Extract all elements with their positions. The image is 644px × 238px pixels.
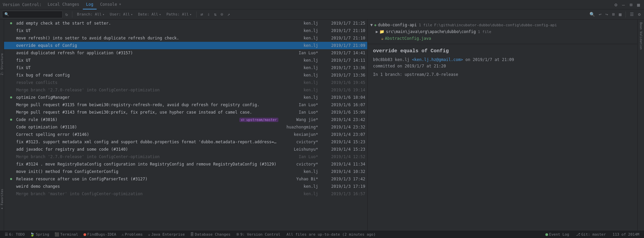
commit-date: 2019/1/6 15:09 <box>321 110 365 115</box>
commit-date: 2019/1/7 21:09 <box>321 43 365 48</box>
commit-row[interactable]: Merge branch '2.7.0-release' into Config… <box>4 153 367 160</box>
commit-row[interactable]: move refresh() into setter to avoid dupl… <box>4 34 367 42</box>
commit-row[interactable]: add empty check at the start of setter.k… <box>4 20 367 27</box>
commit-author: ken.lj <box>281 80 321 85</box>
file-tree-subpath[interactable]: ▶ 📁 src\main\java\org\apache\dubbo\confi… <box>370 28 635 35</box>
tab-log[interactable]: Log <box>83 0 97 9</box>
search-right-icon[interactable]: 🔍 <box>588 11 596 18</box>
commit-author: ken.lj <box>281 21 321 26</box>
commit-row[interactable]: add javadoc for registry and some code (… <box>4 146 367 153</box>
refresh-icon[interactable]: ↻ <box>64 11 69 18</box>
spring-item[interactable]: 🍃 Spring <box>28 232 51 237</box>
version-control-item[interactable]: ⑨ 9: Version Control <box>234 232 282 237</box>
redo-icon[interactable]: ↪ <box>604 11 610 18</box>
memory-item[interactable]: 113 of 2014M <box>611 232 641 237</box>
commit-row[interactable]: resolve conflictsken.lj2019/1/6 19:45 <box>4 79 367 86</box>
commit-message: add empty check at the start of setter. <box>16 21 281 26</box>
date-filter[interactable]: Date: All ▾ <box>136 11 163 17</box>
console-close-icon[interactable]: × <box>119 2 121 6</box>
structure-label[interactable]: Z: Structure <box>0 53 4 75</box>
branch-filter[interactable]: Branch: All ▾ <box>75 11 106 17</box>
commit-date: 2019/1/4 11:34 <box>321 162 365 167</box>
todo-label: 6: TODO <box>9 232 25 237</box>
commit-row[interactable]: fix #3123. support metadata xml config a… <box>4 138 367 146</box>
fetch-icon[interactable]: ⇩ <box>206 11 211 18</box>
db-icon: 🗄 <box>190 232 194 237</box>
file-tree-file[interactable]: ☕ AbstractConfig.java <box>370 35 635 42</box>
minimize-icon[interactable]: – <box>621 1 626 8</box>
commit-message: fix bug of read config <box>16 73 281 78</box>
spring-label: Spring <box>36 232 49 237</box>
search-input[interactable] <box>10 12 61 17</box>
file-name: AbstractConfig.java <box>385 36 431 41</box>
commit-row[interactable]: fix bug of read configken.lj2019/1/7 13:… <box>4 71 367 79</box>
commit-row[interactable]: override equals of Configken.lj2019/1/7 … <box>4 42 367 49</box>
memory-label: 113 of 2014M <box>613 232 639 237</box>
commit-row[interactable]: Code rule (#3016)🏷 upstream/masterWang j… <box>4 116 367 123</box>
diff-icon[interactable]: ▦ <box>617 11 623 18</box>
commit-date: 2019/1/4 23:07 <box>321 132 365 137</box>
commit-date: 2019/1/3 17:42 <box>321 177 365 181</box>
commit-author: ken.lj <box>281 184 321 189</box>
commit-row[interactable]: fix UTken.lj2019/1/7 21:10 <box>4 27 367 34</box>
tab-console[interactable]: Console × <box>97 0 125 9</box>
commit-row[interactable]: fix #3124 . move RegistryDataConfig conf… <box>4 160 367 168</box>
right-panel: ▼ ◈ dubbo-config-api 1 file F:\github\in… <box>368 20 637 231</box>
branch-settings-icon[interactable]: ⊙ <box>219 11 225 18</box>
commit-row[interactable]: fix UTken.lj2019/1/7 13:36 <box>4 64 367 71</box>
commit-row[interactable]: avoid duplicated refresh for application… <box>4 49 367 57</box>
commit-row[interactable]: Merge branch '2.7.0-release' into Config… <box>4 86 367 94</box>
commit-row[interactable]: Code optimization (#3118)huazhongming*20… <box>4 123 367 131</box>
tab-local-changes[interactable]: Local Changes <box>44 0 83 9</box>
file-path: F:\github\incubator-dubbo\dubbo-config\d… <box>434 23 557 27</box>
layout2-icon[interactable]: ⊞ <box>611 11 616 18</box>
commit-message: Release resource after use in ConfigPars… <box>16 177 281 181</box>
findbugs-item[interactable]: FindBugs-IDEA <box>81 232 118 237</box>
commit-row[interactable]: Correct spelling error (#3146)kexianjun*… <box>4 131 367 138</box>
commit-hash: b9c8bb83 <box>373 57 393 62</box>
commit-date: 2019/1/6 19:14 <box>321 88 365 92</box>
database-changes-label: Database Changes <box>195 232 231 237</box>
commit-row[interactable]: Merge pull request #3135 from beiwei30:r… <box>4 101 367 109</box>
user-filter[interactable]: User: All ▾ <box>108 11 135 17</box>
main-content: Z: Structure ★ Favorites add empty check… <box>0 20 644 231</box>
event-log-item[interactable]: Event Log <box>543 232 571 237</box>
push-pull-icon[interactable]: ⇅ <box>212 11 218 18</box>
database-changes-item[interactable]: 🗄 Database Changes <box>188 232 233 237</box>
paths-filter[interactable]: Paths: All ▾ <box>164 11 194 17</box>
git-branch-item[interactable]: ⎇ Git: master <box>574 232 608 237</box>
commit-row[interactable]: Merge pull request #3143 from beiwei30:p… <box>4 109 367 116</box>
sync-icon[interactable]: ⇄ <box>199 11 205 18</box>
commit-author: ken.lj <box>281 36 321 40</box>
java-enterprise-item[interactable]: ☕ Java Enterprise <box>146 232 187 237</box>
commit-date: 2019/1/4 23:32 <box>321 125 365 129</box>
commit-author: Ian Luo* <box>281 154 321 159</box>
grid-icon[interactable]: ⊞ <box>628 1 634 8</box>
commit-row[interactable]: optimize ConfigManagerken.lj2019/1/6 18:… <box>4 94 367 101</box>
commit-row[interactable]: Release resource after use in ConfigPars… <box>4 175 367 183</box>
layout-icon[interactable]: ▦ <box>636 1 641 8</box>
commit-message: resolve conflicts <box>16 80 281 85</box>
search-box[interactable]: 🔍 <box>2 11 63 18</box>
commit-message: Correct spelling error (#3146) <box>16 132 281 137</box>
favorites-label[interactable]: ★ Favorites <box>0 189 4 210</box>
commit-date: 2019/1/4 15:23 <box>321 140 365 144</box>
commit-row[interactable]: weird demo changesken.lj2019/1/3 17:19 <box>4 183 367 190</box>
commit-row[interactable]: fix UTken.lj2019/1/7 14:11 <box>4 57 367 64</box>
terminal-item[interactable]: ⬛ Terminal <box>53 232 80 237</box>
commit-email[interactable]: <ken.lj.hz@gmail.com> <box>412 57 463 62</box>
todo-item[interactable]: ☰ 6: TODO <box>3 232 27 237</box>
bean-validation-label[interactable]: Bean Validation <box>639 22 643 50</box>
sub-path: src\main\java\org\apache\dubbo\config <box>386 29 476 34</box>
settings-icon[interactable]: ⚙ <box>613 1 618 8</box>
problems-item[interactable]: ⚠ Problems <box>120 232 145 237</box>
list-icon[interactable]: ☰ <box>629 11 635 18</box>
settings2-icon[interactable]: ⚙ <box>637 11 642 18</box>
file-tree-root[interactable]: ▼ ◈ dubbo-config-api 1 file F:\github\in… <box>370 22 635 28</box>
commit-row[interactable]: move init() method from ConfigCenterConf… <box>4 168 367 175</box>
undo-icon[interactable]: ↩ <box>598 11 603 18</box>
commit-list[interactable]: add empty check at the start of setter.k… <box>4 20 368 231</box>
findbugs-label: FindBugs-IDEA <box>87 232 116 237</box>
commit-row[interactable]: Merge branch 'master' into ConfigCenter-… <box>4 190 367 198</box>
share-icon[interactable]: ↗ <box>226 11 231 18</box>
